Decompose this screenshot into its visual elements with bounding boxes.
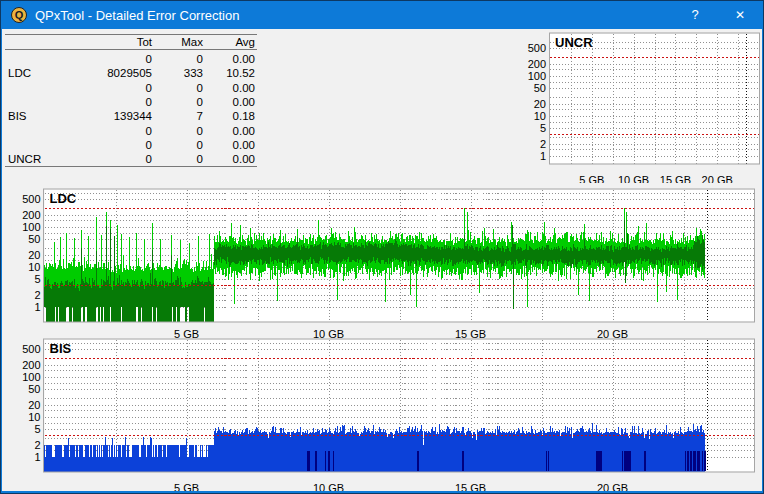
ldc-ytick: 500 [22,193,40,205]
bis-ytick: 500 [22,343,40,355]
cell-avg: 0.00 [185,138,255,152]
ldc-ytick: 1 [34,301,40,313]
uncr-xtick: 15 GB [660,174,691,183]
row-label-uncr: UNCR [8,152,41,166]
cell-avg: 0.00 [185,95,255,109]
bis-ytick: 20 [28,399,40,411]
cell-avg: 0.00 [185,52,255,66]
bis-ytick: 200 [22,359,40,371]
ldc-ytick: 5 [34,273,40,285]
uncr-xtick: 5 GB [579,174,604,183]
ldc-ytick: 100 [22,221,40,233]
uncr-ytick: 500 [528,42,546,54]
chart-ldc: LDC5002001005020105215 GB10 GB15 GB20 GB [0,183,764,339]
bis-xtick: 15 GB [455,482,486,492]
bis-xtick: 20 GB [597,482,628,492]
uncr-ytick: 1 [540,150,546,162]
cell-avg: 0.18 [185,109,255,123]
app-window: Q QPxTool - Detailed Error Correction ? … [0,0,764,494]
uncr-xtick: 10 GB [618,174,649,183]
bis-ytick: 10 [28,411,40,423]
uncr-ytick: 5 [540,122,546,134]
bis-ytick: 5 [34,423,40,435]
ldc-ytick: 2 [34,289,40,301]
bis-xtick: 5 GB [174,482,199,492]
uncr-ytick: 100 [528,70,546,82]
uncr-chart-title: UNCR [555,35,593,50]
cell-avg: 0.00 [185,81,255,95]
col-header-avg: Avg [185,35,255,49]
uncr-ytick: 2 [540,138,546,150]
uncr-ytick: 50 [534,82,546,94]
row-label-ldc: LDC [8,66,31,80]
bis-ytick: 50 [28,383,40,395]
bis-ytick: 1 [34,451,40,463]
bis-ytick: 100 [22,371,40,383]
ldc-ytick: 50 [28,233,40,245]
cell-avg: 0.00 [185,124,255,138]
chart-uncr: UNCR5002001005020105215 GB10 GB15 GB20 G… [505,30,764,183]
table-header-rule [5,49,257,50]
ldc-chart-title: LDC [50,191,77,206]
ldc-ytick: 10 [28,261,40,273]
uncr-ytick: 10 [534,110,546,122]
cell-avg: 0.00 [185,152,255,166]
chart-bis: BIS5002001005020105215 GB10 GB15 GB20 GB [0,333,764,491]
uncr-xtick: 20 GB [702,174,733,183]
bis-ytick: 2 [34,439,40,451]
cell-avg: 10.52 [185,66,255,80]
ldc-ytick: 200 [22,209,40,221]
uncr-ytick: 20 [534,98,546,110]
ldc-ytick: 20 [28,249,40,261]
bis-xtick: 10 GB [313,482,344,492]
uncr-ytick: 200 [528,58,546,70]
bis-chart-title: BIS [50,341,72,356]
row-label-bis: BIS [8,109,27,123]
